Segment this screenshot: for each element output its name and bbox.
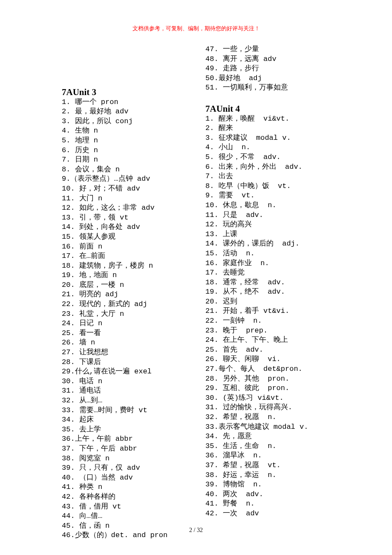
list-item: 25. 看一看 (62, 329, 167, 338)
list-item: 5. 地理 n (62, 136, 167, 146)
page-header: 文档供参考，可复制、编制，期待您的好评与关注！ (0, 25, 392, 32)
list-item: 30. (英)练习 vi&vt. (205, 393, 308, 403)
list-item: 17. 在…前面 (62, 251, 167, 261)
list-item: 12. 如此，这么；非常 adv (62, 203, 167, 213)
list-item: 1. 哪一个 pron (62, 98, 167, 107)
list-item: 26. 聊天、闲聊 vi. (205, 355, 308, 364)
list-item: 13. 上课 (205, 230, 308, 240)
list-item: 33.表示客气地建议 modal v. (205, 422, 308, 432)
list-item: 20. 底层，一楼 n (62, 280, 167, 290)
list-item: 12. 玩的高兴 (205, 220, 308, 230)
list-item: 49. 走路，步行 (205, 64, 288, 74)
list-item: 7. 日期 n (62, 155, 167, 165)
list-item: 20. 迟到 (205, 297, 308, 307)
list-item: 16. 家庭作业 n. (205, 259, 308, 269)
list-item: 1. 醒来，唤醒 vi&vt. (205, 114, 308, 124)
list-item: 27.每个、每人 det&pron. (205, 364, 308, 374)
list-item: 37. 下午，午后 abbr (62, 444, 167, 454)
list-item: 8. 会议，集会 n (62, 165, 167, 175)
unit-title-3: 7AUnit 3 (62, 87, 167, 97)
list-item: 43. 借，借用 vt (62, 502, 167, 512)
list-item: 4. 小山 n. (205, 143, 308, 153)
list-item: 31. 过的愉快，玩得高兴. (205, 403, 308, 413)
list-item: 39. 博物馆 n. (205, 480, 308, 490)
list-item: 18. 通常，经常 adv. (205, 278, 308, 288)
column-right-top: 47. 一些，少量48. 离开，远离 adv49. 走路，步行50.最好地 ad… (205, 45, 288, 93)
list-item: 19. 从不，绝不 adv. (205, 287, 308, 297)
vocab-list-unit4: 1. 醒来，唤醒 vi&vt.2. 醒来3. 征求建议 modal v.4. 小… (205, 114, 308, 519)
list-item: 3. 因此，所以 conj (62, 117, 167, 127)
list-item: 34. 先，愿意 (205, 432, 308, 442)
column-left: 7AUnit 3 1. 哪一个 pron2. 最，最好地 adv3. 因此，所以… (62, 87, 167, 541)
list-item: 14. 课外的，课后的 adj. (205, 239, 308, 249)
vocab-list-unit3-cont: 47. 一些，少量48. 离开，远离 adv49. 走路，步行50.最好地 ad… (205, 45, 288, 93)
list-item: 31. 通电话 (62, 386, 167, 396)
list-item: 48. 离开，远离 adv (205, 55, 288, 64)
list-item: 3. 征求建议 modal v. (205, 133, 308, 143)
list-item: 21. 开始，着手 vt&vi. (205, 306, 308, 316)
list-item: 39. 只，只有，仅 adv (62, 463, 167, 473)
list-item: 30. 电话 n (62, 377, 167, 387)
list-item: 8. 吃早（中晚）饭 vt. (205, 182, 308, 191)
list-item: 18. 建筑物，房子，楼房 n (62, 261, 167, 271)
list-item: 41. 种类 n (62, 483, 167, 492)
list-item: 34. 起床 (62, 415, 167, 425)
list-item: 22. 现代的，新式的 adj (62, 300, 167, 309)
list-item: 9.（表示整点）…点钟 adv (62, 174, 167, 184)
page-footer: 2 / 32 (0, 527, 392, 534)
list-item: 35. 去上学 (62, 425, 167, 435)
list-item: 21. 明亮的 adj (62, 290, 167, 300)
list-item: 6. 出来，向外，外出 adv. (205, 162, 308, 172)
list-item: 15. 活动 n. (205, 249, 308, 259)
list-item: 32. 从…到… (62, 396, 167, 406)
list-item: 29. 互相、彼此 pron. (205, 384, 308, 393)
list-item: 32. 希望，祝愿 n. (205, 413, 308, 422)
list-item: 36. 溜旱冰 n. (205, 451, 308, 461)
list-item: 15. 领某人参观 (62, 232, 167, 242)
list-item: 51. 一切顺利，万事如意 (205, 83, 288, 93)
list-item: 36.上午，午前 abbr (62, 434, 167, 444)
list-item: 29.什么,请在说一遍 exel (62, 367, 167, 377)
column-right-bottom: 7AUnit 4 1. 醒来，唤醒 vi&vt.2. 醒来3. 征求建议 mod… (205, 104, 308, 519)
list-item: 35. 生活，生命 n. (205, 442, 308, 451)
list-item: 42. 各种各样的 (62, 492, 167, 502)
list-item: 19. 地，地面 n (62, 271, 167, 280)
list-item: 47. 一些，少量 (205, 45, 288, 55)
list-item: 24. 日记 n (62, 319, 167, 329)
list-item: 10. 好，对；不错 adv (62, 184, 167, 194)
list-item: 25. 首先 adv. (205, 345, 308, 355)
list-item: 50.最好地 adj (205, 74, 288, 84)
vocab-list-unit3: 1. 哪一个 pron2. 最，最好地 adv3. 因此，所以 conj4. 生… (62, 98, 167, 541)
list-item: 41. 野餐 n. (205, 499, 308, 509)
list-item: 2. 最，最好地 adv (62, 107, 167, 117)
list-item: 5. 很少，不常 adv. (205, 153, 308, 162)
list-item: 26. 墙 n (62, 338, 167, 348)
list-item: 4. 生物 n (62, 126, 167, 136)
list-item: 13. 引，带，领 vt (62, 213, 167, 223)
list-item: 14. 到处，向各处 adv (62, 223, 167, 232)
list-item: 28. 下课后 (62, 358, 167, 367)
list-item: 40. （口）当然 adv (62, 473, 167, 483)
list-item: 42. 一次 adv (205, 509, 308, 519)
list-item: 38. 好运，幸运 n. (205, 471, 308, 480)
list-item: 40. 两次 adv. (205, 490, 308, 500)
list-item: 9. 需要 vt. (205, 191, 308, 201)
list-item: 23. 礼堂，大厅 n (62, 309, 167, 319)
list-item: 17. 去睡觉 (205, 268, 308, 278)
list-item: 7. 出去 (205, 172, 308, 182)
list-item: 2. 醒来 (205, 124, 308, 133)
list-item: 33. 需要…时间，费时 vt (62, 406, 167, 416)
list-item: 11. 只是 adv. (205, 211, 308, 220)
list-item: 38. 阅览室 n (62, 454, 167, 464)
list-item: 10. 休息，歇息 n. (205, 201, 308, 211)
list-item: 37. 希望，祝愿 vt. (205, 461, 308, 471)
list-item: 23. 晚于 prep. (205, 326, 308, 336)
list-item: 16. 前面 n (62, 242, 167, 252)
list-item: 44. 向…借… (62, 512, 167, 521)
unit-title-4: 7AUnit 4 (205, 104, 308, 114)
list-item: 24. 在上午、下午、晚上 (205, 335, 308, 345)
list-item: 27. 让我想想 (62, 348, 167, 358)
list-item: 22. 一刻钟 n. (205, 316, 308, 326)
list-item: 6. 历史 n (62, 146, 167, 156)
list-item: 11. 大门 n (62, 194, 167, 204)
